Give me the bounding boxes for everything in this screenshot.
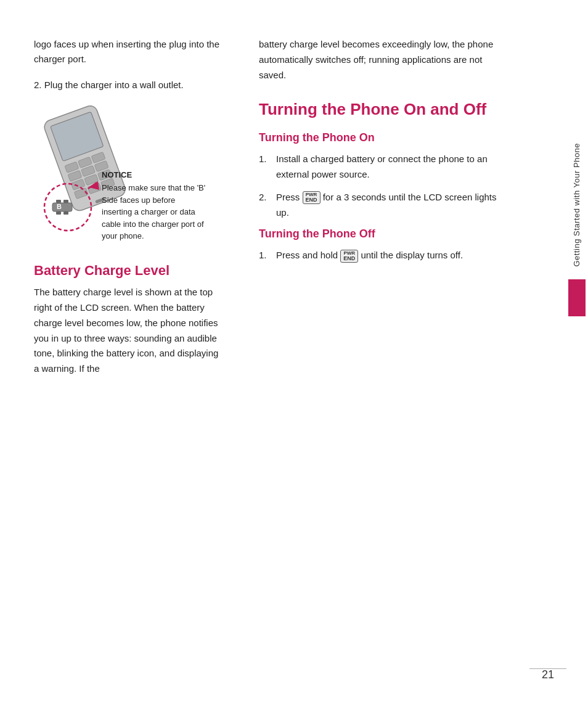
off-step1-prefix: Press and hold (276, 250, 338, 260)
step2-plug: 2. Plug the charger into a wall outlet. (34, 78, 222, 92)
off-step1-text: Press and hold PWR END until the display… (276, 248, 499, 263)
notice-text: Please make sure that the 'B' Side faces… (102, 182, 206, 242)
kbd-bottom-label: END (306, 197, 317, 203)
pwr-end-button-off: PWR END (340, 250, 358, 263)
on-step2-prefix: Press (276, 192, 300, 202)
svg-rect-16 (52, 203, 72, 211)
on-step2: 2. Press PWR END for a 3 seconds until t… (259, 190, 499, 221)
off-step1-number: 1. (259, 248, 276, 263)
pwr-end-button-on: PWR END (303, 191, 321, 204)
svg-rect-19 (56, 211, 61, 215)
notice-label: NOTICE (102, 170, 206, 179)
battery-heading: Battery Charge Level (34, 263, 222, 279)
side-tab: Getting Started with Your Phone (566, 136, 588, 316)
svg-text:B: B (57, 203, 62, 210)
main-heading: Turning the Phone On and Off (259, 100, 499, 119)
svg-rect-20 (63, 211, 68, 215)
intro-text: logo faces up when inserting the plug in… (34, 37, 222, 67)
turning-on-heading: Turning the Phone On (259, 131, 499, 144)
turning-off-heading: Turning the Phone Off (259, 228, 499, 240)
right-intro: battery charge level becomes exceedingly… (259, 37, 499, 83)
side-tab-text: Getting Started with Your Phone (571, 136, 582, 274)
battery-body: The battery charge level is shown at the… (34, 285, 222, 377)
off-step1-suffix: until the display turns off. (361, 250, 463, 260)
svg-rect-18 (63, 200, 68, 203)
phone-image-area: B NOTICE Please make sure that the 'B' S… (34, 102, 222, 244)
page-number: 21 (542, 668, 554, 681)
svg-marker-22 (89, 181, 99, 190)
on-step1-number: 1. (259, 152, 276, 167)
on-step1: 1. Install a charged battery or connect … (259, 152, 499, 183)
notice-box: NOTICE Please make sure that the 'B' Sid… (102, 170, 206, 242)
kbd-bottom-label-off: END (343, 256, 355, 261)
on-step2-number: 2. (259, 190, 276, 205)
on-step2-text: Press PWR END for a 3 seconds until the … (276, 190, 499, 221)
off-step1: 1. Press and hold PWR END until the disp… (259, 248, 499, 263)
side-tab-bar (568, 279, 586, 316)
on-step1-text: Install a charged battery or connect the… (276, 152, 499, 183)
